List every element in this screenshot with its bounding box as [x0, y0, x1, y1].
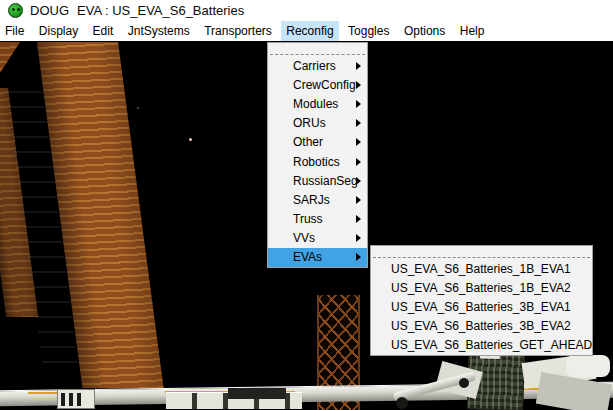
menu-item-label: US_EVA_S6_Batteries_3B_EVA2	[391, 319, 571, 333]
submenu-arrow-icon	[356, 62, 361, 70]
submenu-arrow-icon	[356, 177, 361, 185]
app-name: DOUG	[30, 3, 69, 18]
menu-item-vvs[interactable]: VVs	[268, 229, 367, 248]
menu-item-label: Truss	[293, 212, 323, 226]
menu-item-label: ORUs	[293, 116, 326, 130]
submenu-arrow-icon	[356, 158, 361, 166]
star	[189, 138, 192, 141]
titlebar: DOUG EVA : US_EVA_S6_Batteries	[0, 0, 613, 21]
menu-reconfig[interactable]: Reconfig	[281, 21, 338, 41]
menu-toggles[interactable]: Toggles	[343, 21, 394, 41]
menu-item-us-eva-s6-batteries-1b-eva2[interactable]: US_EVA_S6_Batteries_1B_EVA2	[371, 278, 592, 297]
menu-item-sarjs[interactable]: SARJs	[268, 190, 367, 209]
arm-joint	[396, 397, 408, 409]
menu-item-label: US_EVA_S6_Batteries_GET_AHEADS	[391, 338, 600, 352]
menu-item-label: CrewConfig	[293, 78, 356, 92]
arm-joint	[459, 378, 469, 388]
menu-help[interactable]: Help	[455, 21, 490, 41]
menu-item-robotics[interactable]: Robotics	[268, 152, 367, 171]
menu-jntsystems[interactable]: JntSystems	[123, 21, 195, 41]
menu-item-modules[interactable]: Modules	[268, 94, 367, 113]
submenu-arrow-icon	[356, 100, 361, 108]
menu-transporters[interactable]: Transporters	[199, 21, 277, 41]
submenu-arrow-icon	[356, 119, 361, 127]
menu-item-us-eva-s6-batteries-3b-eva1[interactable]: US_EVA_S6_Batteries_3B_EVA1	[371, 297, 592, 316]
white-panel-lower	[536, 372, 612, 410]
menu-item-other[interactable]: Other	[268, 133, 367, 152]
solar-array-corner	[0, 42, 20, 73]
doug-app-icon[interactable]	[8, 3, 23, 18]
menu-item-orus[interactable]: ORUs	[268, 114, 367, 133]
menu-item-us-eva-s6-batteries-1b-eva1[interactable]: US_EVA_S6_Batteries_1B_EVA1	[371, 259, 592, 278]
menu-item-label: VVs	[293, 231, 315, 245]
robotic-arm-joint-housing	[566, 355, 610, 377]
menu-options[interactable]: Options	[399, 21, 450, 41]
menu-item-label: EVAs	[293, 250, 322, 264]
menu-item-carriers[interactable]: Carriers	[268, 56, 367, 75]
menu-item-label: SARJs	[293, 193, 330, 207]
evas-submenu: US_EVA_S6_Batteries_1B_EVA1 US_EVA_S6_Ba…	[370, 245, 593, 356]
menu-item-us-eva-s6-batteries-3b-eva2[interactable]: US_EVA_S6_Batteries_3B_EVA2	[371, 317, 592, 336]
menu-item-label: US_EVA_S6_Batteries_1B_EVA2	[391, 281, 571, 295]
equipment-box-slats	[61, 393, 83, 406]
submenu-arrow-icon	[356, 253, 361, 261]
submenu-arrow-icon	[356, 81, 361, 89]
menu-item-us-eva-s6-batteries-get-aheads[interactable]: US_EVA_S6_Batteries_GET_AHEADS	[371, 336, 592, 355]
tearoff-handle[interactable]	[373, 246, 590, 258]
star	[137, 107, 139, 109]
truss-dark-slab	[228, 388, 286, 399]
menu-item-label: Carriers	[293, 59, 336, 73]
truss-equipment-box	[57, 389, 95, 409]
submenu-arrow-icon	[356, 234, 361, 242]
menu-item-crewconfig[interactable]: CrewConfig	[268, 75, 367, 94]
menu-item-label: US_EVA_S6_Batteries_1B_EVA1	[391, 262, 571, 276]
menu-item-russianseg[interactable]: RussianSeg	[268, 171, 367, 190]
menu-display[interactable]: Display	[34, 21, 83, 41]
menu-item-truss[interactable]: Truss	[268, 210, 367, 229]
menu-item-label: Modules	[293, 97, 338, 111]
menu-item-label: Other	[293, 135, 323, 149]
menu-item-label: RussianSeg	[293, 174, 358, 188]
window-title: EVA : US_EVA_S6_Batteries	[77, 3, 244, 18]
menubar: File Display Edit JntSystems Transporter…	[0, 21, 613, 41]
menu-edit[interactable]: Edit	[88, 21, 119, 41]
tearoff-handle[interactable]	[270, 43, 365, 55]
menu-item-label: US_EVA_S6_Batteries_3B_EVA1	[391, 300, 571, 314]
menu-item-evas[interactable]: EVAs	[268, 248, 367, 267]
reconfig-dropdown-menu: Carriers CrewConfig Modules ORUs Other R…	[267, 42, 368, 268]
submenu-arrow-icon	[356, 215, 361, 223]
menu-file[interactable]: File	[0, 21, 29, 41]
submenu-arrow-icon	[356, 196, 361, 204]
submenu-arrow-icon	[356, 138, 361, 146]
menu-item-label: Robotics	[293, 155, 340, 169]
doug-window: DOUG EVA : US_EVA_S6_Batteries File Disp…	[0, 0, 613, 410]
